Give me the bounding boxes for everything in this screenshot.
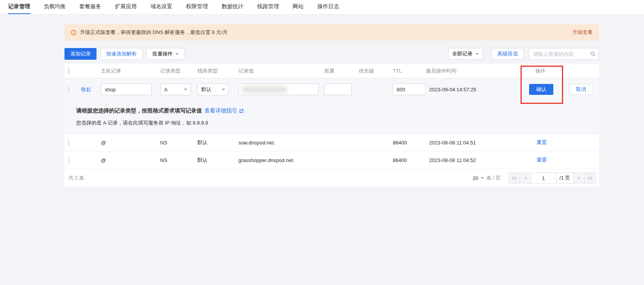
chevron-down-icon (222, 89, 225, 92)
chevron-down-icon (476, 53, 479, 57)
cell-updated: 2023-08-08 11:04:51 (426, 140, 526, 146)
cell-host: @ (101, 157, 160, 163)
record-filter-value: 全部记录 (452, 50, 472, 57)
chevron-down-icon (175, 53, 179, 57)
cell-value: sow.dnspod.net. (238, 140, 324, 146)
tab-statistics[interactable]: 数据统计 (221, 0, 244, 14)
pager: /1 页 (509, 173, 596, 183)
reset-link[interactable]: 重置 (537, 157, 547, 163)
col-header-host: 主机记录 (101, 68, 160, 75)
tab-website[interactable]: 网站 (292, 0, 304, 14)
cell-line: 默认 (197, 157, 238, 164)
weight-input[interactable] (324, 84, 352, 95)
page-size-value: 20 (472, 175, 478, 181)
total-count-label: 共 2 条 (68, 175, 84, 182)
detail-guide-link[interactable]: 查看详细指引 (204, 107, 244, 114)
chevron-down-icon (481, 177, 484, 181)
quick-add-button[interactable]: 快速添加解析 (100, 48, 143, 60)
col-header-action: 操作 (526, 68, 599, 75)
search-icon[interactable] (590, 51, 596, 58)
ttl-input[interactable] (393, 84, 426, 95)
upgrade-plan-link[interactable]: 升级套餐 (572, 29, 593, 36)
toolbar: 添加记录 快速添加解析 批量操作 全部记录 高级筛选 (64, 48, 599, 60)
cell-ttl: 86400 (393, 140, 426, 146)
host-record-input[interactable] (101, 84, 152, 95)
col-header-priority: 优先级 (359, 68, 393, 75)
page-input-cell (531, 173, 556, 183)
tab-plan-service[interactable]: 套餐服务 (79, 0, 102, 14)
col-header-weight: 权重 (324, 68, 359, 75)
batch-operation-dropdown[interactable]: 批量操作 (147, 48, 184, 60)
banner-message: 升级正式版套餐，获得更极致的 DNS 解析服务，最低仅需 8 元/月 (80, 29, 228, 36)
col-header-ttl: TTL (393, 68, 426, 74)
record-edit-area: 收起 A 默认 2023-09-0 (64, 78, 599, 134)
tab-line-management[interactable]: 线路管理 (257, 0, 279, 14)
external-link-icon (239, 109, 244, 114)
record-type-select[interactable]: A (160, 84, 191, 95)
record-type-value: A (164, 87, 168, 93)
tab-record-management[interactable]: 记录管理 (8, 0, 30, 14)
help-title: 请根据您选择的记录类型，按照格式要求填写记录值 (76, 107, 202, 114)
col-header-updated: 最后操作时间 (426, 68, 526, 75)
cell-value: grasshopper.dnspod.net. (238, 157, 324, 163)
col-header-line: 线路类型 (197, 68, 238, 75)
table-footer: 共 2 条 20 条 / 页 /1 页 (64, 169, 599, 187)
batch-operation-label: 批量操作 (152, 50, 173, 57)
line-type-value: 默认 (201, 86, 211, 93)
select-all-checkbox[interactable] (68, 68, 69, 74)
records-table: 主机记录 记录类型 线路类型 记录值 权重 优先级 TTL 最后操作时间 操作 … (64, 64, 599, 187)
record-edit-row: 收起 A 默认 2023-09-0 (64, 78, 599, 101)
page-number-input[interactable] (531, 173, 556, 183)
next-page-button[interactable] (574, 173, 585, 183)
collapse-link[interactable]: 收起 (81, 86, 91, 92)
cell-ttl: 86400 (393, 157, 426, 163)
help-description: 您选择的是 A 记录，请在此填写服务器 IP 地址，如 8.8.8.8 (76, 119, 599, 126)
search-box (529, 48, 599, 60)
prev-page-button[interactable] (520, 173, 531, 183)
line-type-select[interactable]: 默认 (197, 84, 229, 95)
col-header-value: 记录值 (238, 68, 324, 75)
redaction-blur (242, 86, 287, 93)
record-value-input-redacted[interactable] (238, 84, 318, 95)
reset-link[interactable]: 重置 (537, 139, 547, 145)
total-pages-label: /1 页 (556, 173, 574, 183)
row-checkbox[interactable] (68, 139, 69, 146)
page-size-unit-label: 条 / 页 (487, 175, 501, 182)
record-help-panel: 请根据您选择的记录类型，按照格式要求填写记录值 查看详细指引 您选择的是 A 记… (64, 101, 599, 134)
cancel-button[interactable]: 取消 (569, 84, 593, 95)
cell-type: NS (160, 157, 197, 163)
detail-guide-label: 查看详细指引 (204, 107, 237, 114)
tab-extensions[interactable]: 扩展应用 (114, 0, 137, 14)
cell-line: 默认 (197, 139, 238, 146)
tab-domain-settings[interactable]: 域名设置 (150, 0, 173, 14)
upgrade-banner: 升级正式版套餐，获得更极致的 DNS 解析服务，最低仅需 8 元/月 升级套餐 (64, 24, 599, 41)
page-size-dropdown[interactable]: 20 (472, 175, 483, 181)
add-record-button[interactable]: 添加记录 (64, 48, 97, 60)
table-header-row: 主机记录 记录类型 线路类型 记录值 权重 优先级 TTL 最后操作时间 操作 (64, 64, 599, 78)
tab-operation-log[interactable]: 操作日志 (317, 0, 340, 14)
advanced-filter-button[interactable]: 高级筛选 (492, 48, 524, 60)
first-page-button[interactable] (509, 173, 520, 183)
chevron-down-icon (184, 89, 187, 92)
last-page-button[interactable] (585, 173, 596, 183)
table-row: @ NS 默认 sow.dnspod.net. 86400 2023-08-08… (64, 134, 599, 151)
table-row: @ NS 默认 grasshopper.dnspod.net. 86400 20… (64, 151, 599, 169)
warning-icon (71, 30, 77, 36)
row-checkbox[interactable] (68, 157, 69, 164)
confirm-button[interactable]: 确认 (529, 84, 553, 95)
cell-host: @ (101, 140, 160, 146)
cell-type: NS (160, 140, 197, 146)
cell-updated: 2023-08-08 11:04:52 (426, 157, 526, 163)
tab-load-balancing[interactable]: 负载均衡 (43, 0, 66, 14)
record-filter-dropdown[interactable]: 全部记录 (448, 48, 483, 60)
edit-row-updated-time: 2023-09-04 14:57:25 (426, 87, 526, 93)
col-header-type: 记录类型 (160, 68, 197, 75)
tab-permissions[interactable]: 权限管理 (186, 0, 208, 14)
search-input[interactable] (529, 48, 599, 60)
row-checkbox[interactable] (68, 86, 69, 93)
top-nav: 记录管理 负载均衡 套餐服务 扩展应用 域名设置 权限管理 数据统计 线路管理 … (0, 0, 644, 14)
